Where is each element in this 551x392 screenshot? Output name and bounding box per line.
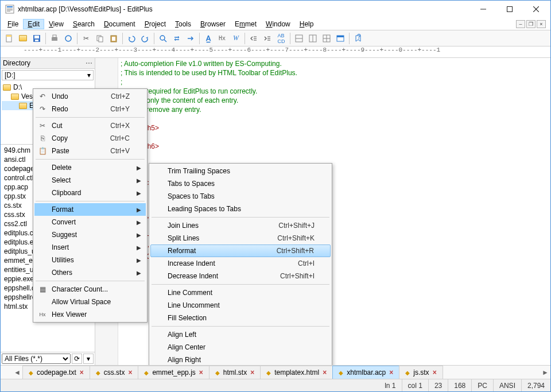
tab-close-icon[interactable]: × xyxy=(199,368,203,377)
filter-menu-button[interactable]: ▾ xyxy=(83,354,94,364)
menu-emmet[interactable]: Emmet xyxy=(230,19,261,29)
menu-reformat[interactable]: ReformatCtrl+Shift+R xyxy=(150,244,331,257)
close-button[interactable] xyxy=(523,1,549,18)
cut-button[interactable]: ✂ xyxy=(80,32,92,45)
new-file-button[interactable] xyxy=(3,32,15,45)
save-button[interactable] xyxy=(30,32,43,45)
preview-button[interactable] xyxy=(62,32,75,45)
wrap-button[interactable]: W xyxy=(230,32,242,45)
goto-button[interactable] xyxy=(184,32,197,45)
open-file-button[interactable] xyxy=(17,32,29,45)
redo-icon: ↷ xyxy=(38,105,47,113)
menu-tabs-to-spaces[interactable]: Tabs to Spaces xyxy=(150,177,331,190)
indent-dec-button[interactable] xyxy=(247,32,260,45)
menu-fill-selection[interactable]: Fill Selection xyxy=(150,312,331,324)
filter-select[interactable]: All Files (*.*) xyxy=(2,354,71,364)
filter-refresh-button[interactable]: ⟳ xyxy=(72,354,82,364)
menu-align-center[interactable]: Align Center xyxy=(150,341,331,354)
menu-increase-indent[interactable]: Increase IndentCtrl+I xyxy=(150,257,331,270)
menu-paste[interactable]: 📋PasteCtrl+V xyxy=(34,145,146,157)
menu-clipboard[interactable]: Clipboard▶ xyxy=(34,187,146,199)
menu-browser[interactable]: Browser xyxy=(196,19,230,29)
copy-icon: ⎘ xyxy=(38,134,47,142)
document-tab[interactable]: ◆html.stx× xyxy=(209,366,261,379)
tabs-next[interactable]: ► xyxy=(540,366,550,379)
menu-line-comment[interactable]: Line Comment xyxy=(150,286,331,299)
menu-copy[interactable]: ⎘CopyCtrl+C xyxy=(34,132,146,145)
menu-edit[interactable]: Edit xyxy=(23,19,44,29)
sidebar-tools-icon[interactable]: ⋯ xyxy=(86,59,92,67)
menu-align-left[interactable]: Align Left xyxy=(150,328,331,341)
menu-search[interactable]: Search xyxy=(68,19,99,29)
hex-button[interactable]: Hx xyxy=(216,32,228,45)
format-submenu: Trim Trailing Spaces Tabs to Spaces Spac… xyxy=(149,163,332,365)
menu-decrease-indent[interactable]: Decrease IndentCtrl+Shift+I xyxy=(150,270,331,282)
menu-utilities[interactable]: Utilities▶ xyxy=(34,254,146,266)
drive-selector[interactable]: [D:] ▾ xyxy=(2,70,94,80)
maximize-button[interactable] xyxy=(496,1,523,18)
status-col: col 1 xyxy=(402,379,429,391)
minimize-button[interactable] xyxy=(470,1,496,18)
menu-hexviewer[interactable]: HxHex Viewer xyxy=(34,308,146,321)
menu-undo[interactable]: ↶UndoCtrl+Z xyxy=(34,90,146,103)
paste-button[interactable] xyxy=(107,32,120,45)
menu-convert[interactable]: Convert▶ xyxy=(34,216,146,228)
menu-align-right[interactable]: Align Right xyxy=(150,354,331,365)
menu-window[interactable]: Window xyxy=(261,19,295,29)
status-mode: PC xyxy=(472,379,494,391)
menu-format[interactable]: Format▶ xyxy=(34,203,146,216)
mdi-minimize[interactable]: – xyxy=(516,20,525,28)
menu-insert[interactable]: Insert▶ xyxy=(34,241,146,254)
tab-close-icon[interactable]: × xyxy=(389,368,393,377)
menu-cut[interactable]: ✂CutCtrl+X xyxy=(34,119,146,132)
menu-tools[interactable]: Tools xyxy=(170,19,196,29)
font-button[interactable]: A̲ xyxy=(202,32,215,45)
print-button[interactable] xyxy=(48,32,61,45)
menu-document[interactable]: Document xyxy=(99,19,140,29)
menu-suggest[interactable]: Suggest▶ xyxy=(34,228,146,241)
menu-view[interactable]: View xyxy=(44,19,68,29)
menu-join-lines[interactable]: Join LinesCtrl+Shift+J xyxy=(150,219,331,232)
copy-button[interactable] xyxy=(94,32,106,45)
document-tab[interactable]: ◆codepage.txt× xyxy=(22,366,90,379)
mdi-close[interactable]: × xyxy=(537,20,546,28)
window-split-v-button[interactable] xyxy=(306,32,319,45)
menu-spaces-to-tabs[interactable]: Spaces to Tabs xyxy=(150,190,331,203)
window-grid-button[interactable] xyxy=(320,32,333,45)
menu-split-lines[interactable]: Split LinesCtrl+Shift+K xyxy=(150,232,331,244)
redo-button[interactable] xyxy=(139,32,152,45)
document-tab[interactable]: ◆xhtmlbar.acp× xyxy=(332,366,399,379)
menu-others[interactable]: Others▶ xyxy=(34,266,146,279)
document-tab[interactable]: ◆emmet_epp.js× xyxy=(138,366,209,379)
tab-close-icon[interactable]: × xyxy=(433,368,437,377)
tabs-prev[interactable]: ◄ xyxy=(12,366,22,379)
tab-close-icon[interactable]: × xyxy=(323,368,327,377)
menu-delete[interactable]: Delete▶ xyxy=(34,161,146,174)
tab-close-icon[interactable]: × xyxy=(250,368,254,377)
menu-file[interactable]: File xyxy=(3,19,23,29)
abc-button[interactable]: ABCD xyxy=(275,32,288,45)
menu-line-uncomment[interactable]: Line Uncomment xyxy=(150,299,331,312)
replace-button[interactable] xyxy=(170,32,183,45)
indent-inc-button[interactable] xyxy=(261,32,274,45)
mdi-restore[interactable]: ❐ xyxy=(526,20,536,28)
menu-select[interactable]: Select▶ xyxy=(34,174,146,187)
document-tab[interactable]: ◆css.stx× xyxy=(90,366,139,379)
svg-rect-1 xyxy=(7,6,13,7)
tab-close-icon[interactable]: × xyxy=(80,368,84,377)
find-button[interactable] xyxy=(157,32,169,45)
help-button[interactable]: ? xyxy=(352,32,364,45)
document-tab[interactable]: ◆js.stx× xyxy=(399,366,443,379)
tab-close-icon[interactable]: × xyxy=(128,368,132,377)
menu-help[interactable]: Help xyxy=(295,19,319,29)
window-split-h-button[interactable] xyxy=(293,32,305,45)
browser-button[interactable] xyxy=(334,32,347,45)
menu-redo[interactable]: ↷RedoCtrl+Y xyxy=(34,103,146,115)
menu-virtualspace[interactable]: Allow Virtual Space xyxy=(34,296,146,308)
document-tab[interactable]: ◆templatex.html× xyxy=(260,366,333,379)
menu-project[interactable]: Project xyxy=(140,19,170,29)
menu-trim-trailing[interactable]: Trim Trailing Spaces xyxy=(150,165,331,177)
menu-charcount[interactable]: ▦Character Count... xyxy=(34,283,146,296)
menu-leading-s2t[interactable]: Leading Spaces to Tabs xyxy=(150,203,331,215)
undo-button[interactable] xyxy=(125,32,138,45)
